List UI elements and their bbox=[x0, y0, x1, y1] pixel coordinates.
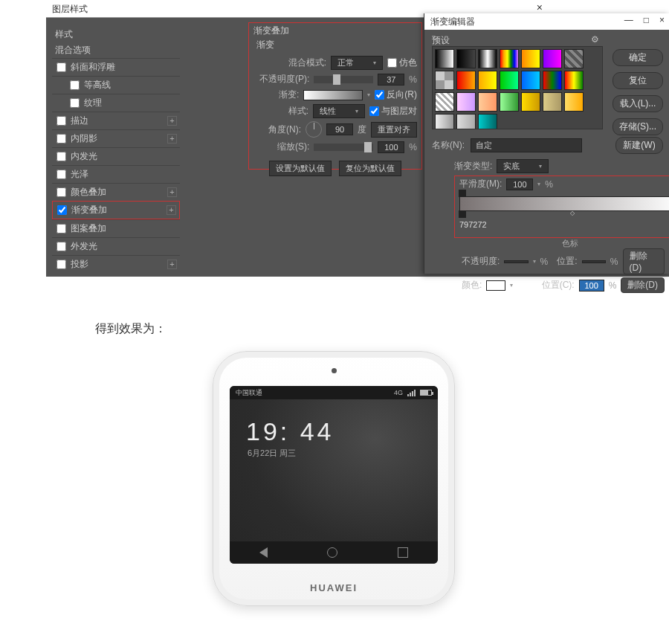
style-checkbox[interactable] bbox=[56, 260, 66, 269]
opacity-value[interactable]: 37 bbox=[378, 74, 404, 86]
blend-mode-select[interactable]: 正常▾ bbox=[331, 56, 383, 70]
plus-icon[interactable]: + bbox=[167, 116, 177, 126]
preset-swatch[interactable] bbox=[435, 114, 454, 129]
gradient-stops[interactable]: ◇ 797272 fffff f bbox=[454, 189, 669, 238]
stop-posc-value[interactable]: 100 bbox=[579, 280, 604, 292]
load-button[interactable]: 载入(L)... bbox=[613, 95, 663, 112]
style-item-7[interactable]: 颜色叠加+ bbox=[52, 183, 180, 201]
style-item-10[interactable]: 外发光 bbox=[52, 237, 180, 255]
home-icon[interactable] bbox=[327, 547, 337, 558]
preset-swatch[interactable] bbox=[543, 71, 562, 90]
preset-swatch[interactable] bbox=[435, 71, 454, 90]
close-icon[interactable]: × bbox=[659, 15, 665, 25]
plus-icon[interactable]: + bbox=[167, 260, 177, 269]
preset-swatch[interactable] bbox=[456, 71, 476, 90]
preset-swatch[interactable] bbox=[500, 49, 519, 68]
style-item-8[interactable]: 渐变叠加+ bbox=[52, 201, 180, 219]
preset-swatch[interactable] bbox=[478, 49, 497, 68]
style-select[interactable]: 线性▾ bbox=[313, 104, 365, 118]
scale-value[interactable]: 100 bbox=[378, 141, 404, 153]
style-item-11[interactable]: 投影+ bbox=[52, 255, 180, 273]
plus-icon[interactable]: + bbox=[167, 205, 176, 215]
preset-swatch[interactable] bbox=[478, 71, 497, 90]
angle-value[interactable]: 90 bbox=[326, 123, 353, 135]
plus-icon[interactable]: + bbox=[167, 187, 177, 197]
blend-options[interactable]: 混合选项 bbox=[52, 42, 180, 58]
preset-swatch[interactable] bbox=[521, 49, 540, 68]
style-checkbox[interactable] bbox=[56, 242, 66, 251]
preset-swatch[interactable] bbox=[456, 49, 476, 68]
stop-opacity-value[interactable] bbox=[504, 260, 528, 263]
preset-swatch[interactable] bbox=[521, 71, 540, 90]
preset-swatch[interactable] bbox=[564, 49, 584, 68]
reset-default-button[interactable]: 复位为默认值 bbox=[339, 161, 401, 176]
preset-swatch[interactable] bbox=[543, 92, 562, 112]
color-swatch[interactable] bbox=[486, 280, 505, 291]
reverse-checkbox[interactable]: 反向(R) bbox=[375, 88, 417, 101]
align-checkbox[interactable]: 与图层对 bbox=[369, 105, 417, 117]
set-default-button[interactable]: 设置为默认值 bbox=[269, 161, 332, 176]
preset-swatch[interactable] bbox=[564, 92, 584, 112]
maximize-icon[interactable]: □ bbox=[644, 15, 649, 25]
dither-checkbox[interactable]: 仿色 bbox=[387, 57, 417, 69]
style-checkbox[interactable] bbox=[56, 187, 66, 197]
back-icon[interactable] bbox=[259, 547, 268, 558]
type-select[interactable]: 实底▾ bbox=[497, 159, 549, 173]
preset-swatch[interactable] bbox=[543, 49, 562, 68]
style-item-4[interactable]: 内阴影+ bbox=[52, 129, 180, 147]
preset-swatch[interactable] bbox=[478, 114, 497, 129]
close-icon[interactable]: × bbox=[537, 1, 543, 13]
angle-dial[interactable] bbox=[306, 121, 322, 138]
name-input[interactable]: 自定 bbox=[471, 138, 582, 152]
preset-swatch[interactable] bbox=[521, 92, 540, 112]
style-checkbox[interactable] bbox=[56, 62, 66, 72]
blend-mode-label: 混合模式: bbox=[288, 57, 326, 69]
style-item-2[interactable]: 纹理 bbox=[52, 94, 180, 112]
minimize-icon[interactable]: — bbox=[624, 15, 633, 25]
style-checkbox[interactable] bbox=[56, 152, 66, 161]
style-item-1[interactable]: 等高线 bbox=[52, 76, 180, 94]
preset-swatch[interactable] bbox=[500, 92, 519, 112]
style-checkbox[interactable] bbox=[56, 170, 66, 179]
preset-swatch[interactable] bbox=[435, 92, 454, 112]
style-item-5[interactable]: 内发光 bbox=[52, 147, 180, 165]
new-button[interactable]: 新建(W) bbox=[615, 137, 663, 154]
opacity-slider[interactable] bbox=[314, 76, 373, 83]
reset-button[interactable]: 复位 bbox=[613, 72, 663, 89]
style-item-0[interactable]: 斜面和浮雕 bbox=[52, 58, 180, 76]
style-item-9[interactable]: 图案叠加 bbox=[52, 219, 180, 237]
stop-pos-label: 位置: bbox=[557, 255, 577, 268]
stop-pos-value[interactable] bbox=[582, 260, 606, 263]
save-button[interactable]: 存储(S)... bbox=[613, 118, 663, 135]
preset-swatch[interactable] bbox=[456, 114, 476, 129]
style-checkbox[interactable] bbox=[57, 205, 67, 215]
style-label: 描边 bbox=[71, 115, 88, 127]
style-item-6[interactable]: 光泽 bbox=[52, 165, 180, 183]
style-checkbox[interactable] bbox=[56, 224, 66, 234]
preset-swatch[interactable] bbox=[456, 92, 476, 112]
recent-icon[interactable] bbox=[398, 547, 408, 558]
style-label: 外发光 bbox=[71, 240, 97, 253]
preset-swatch[interactable] bbox=[478, 92, 497, 112]
chevron-down-icon[interactable]: ▾ bbox=[367, 91, 370, 98]
delete-button[interactable]: 删除(D) bbox=[623, 248, 665, 274]
style-checkbox[interactable] bbox=[70, 98, 80, 108]
style-item-3[interactable]: 描边+ bbox=[52, 112, 180, 129]
ok-button[interactable]: 确定 bbox=[613, 49, 663, 66]
style-checkbox[interactable] bbox=[56, 134, 66, 144]
date-label: 6月22日 周三 bbox=[230, 446, 438, 459]
reset-align-button[interactable]: 重置对齐 bbox=[371, 122, 417, 138]
style-label: 样式: bbox=[288, 105, 308, 117]
scale-slider[interactable] bbox=[314, 144, 373, 151]
preset-swatch[interactable] bbox=[564, 71, 584, 90]
plus-icon[interactable]: + bbox=[167, 134, 177, 144]
style-label: 投影 bbox=[71, 258, 88, 271]
style-label: 渐变叠加 bbox=[71, 204, 107, 216]
gear-icon[interactable]: ⚙ bbox=[591, 34, 599, 45]
delete-button[interactable]: 删除(D) bbox=[621, 277, 665, 293]
gradient-picker[interactable] bbox=[303, 90, 363, 100]
style-checkbox[interactable] bbox=[70, 80, 80, 90]
preset-swatch[interactable] bbox=[500, 71, 519, 90]
style-checkbox[interactable] bbox=[56, 116, 66, 126]
preset-swatch[interactable] bbox=[435, 49, 454, 68]
